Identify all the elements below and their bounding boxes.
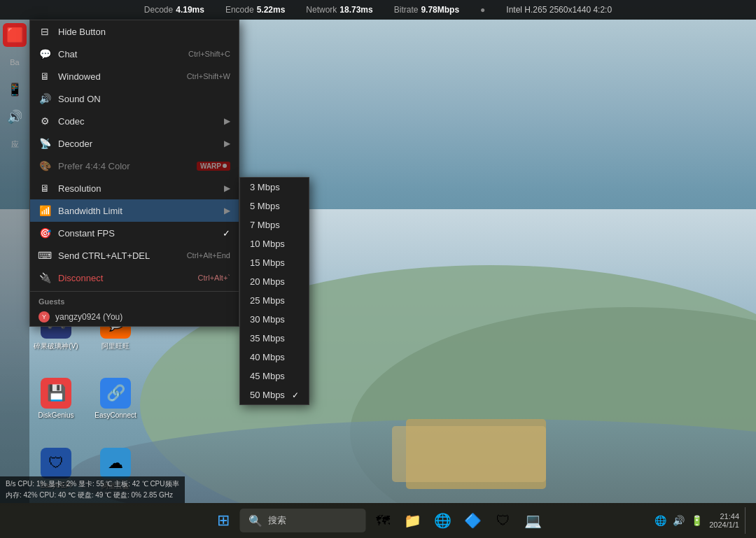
bandwidth-option-label-9: 40 Mbps — [250, 352, 285, 362]
send-cad-item[interactable]: ⌨ Send CTRL+ALT+DEL Ctrl+Alt+End — [30, 244, 239, 267]
windows-button[interactable]: ⊞ — [210, 507, 237, 534]
bandwidth-option-label-4: 15 Mbps — [250, 257, 285, 268]
bandwidth-option-9[interactable]: 40 Mbps — [240, 348, 309, 367]
bandwidth-option-label-3: 10 Mbps — [250, 239, 285, 249]
network-value: 18.73ms — [340, 5, 372, 15]
desktop-icon-easyconnect[interactable]: 🔗 EasyConnect — [91, 378, 140, 419]
bandwidth-option-label-8: 35 Mbps — [250, 333, 285, 344]
tray-network-icon[interactable]: 🌐 — [653, 514, 667, 528]
prefer-color-label: Prefer 4:4:4 Color — [58, 161, 190, 171]
sidebar-icon-2[interactable]: Ba — [3, 50, 27, 74]
search-bar[interactable]: 🔍 搜索 — [240, 509, 366, 532]
prefer-color-item[interactable]: 🎨 Prefer 4:4:4 Color WARP — [30, 155, 239, 177]
taskbar-center: ⊞ 🔍 搜索 🗺 📁 🌐 🔷 🛡 💻 — [210, 507, 547, 534]
easyuefi-icon: 🛡 — [41, 448, 71, 479]
decoder-label: Decoder — [58, 139, 217, 149]
windowed-shortcut: Ctrl+Shift+W — [187, 72, 230, 80]
bandwidth-item[interactable]: 📶 Bandwidth Limit ▶ — [30, 199, 239, 222]
guest-avatar: Y — [38, 311, 50, 323]
encode-label: Encode — [225, 5, 254, 15]
tray-battery-icon[interactable]: 🔋 — [690, 514, 704, 528]
taskbar-icon-2[interactable]: 📁 — [400, 507, 426, 534]
disconnect-label: Disconnect — [58, 273, 191, 283]
bandwidth-icon: 📶 — [38, 204, 51, 217]
chat-icon: 💬 — [38, 48, 51, 60]
chat-item[interactable]: 💬 Chat Ctrl+Shift+C — [30, 43, 239, 65]
taskbar-icon-5[interactable]: 🛡 — [490, 507, 517, 534]
cad-label: Send CTRL+ALT+DEL — [58, 250, 180, 261]
codec-arrow: ▶ — [224, 116, 230, 126]
windowed-item[interactable]: 🖥 Windowed Ctrl+Shift+W — [30, 65, 239, 87]
hide-button-item[interactable]: ⊟ Hide Button — [30, 20, 239, 43]
bandwidth-option-0[interactable]: 3 Mbps — [240, 178, 309, 197]
fps-icon: 🎯 — [38, 227, 51, 239]
aliyun-icon: ☁ — [100, 448, 131, 479]
bandwidth-option-label-10: 45 Mbps — [250, 371, 285, 381]
diskgenius-icon: 💾 — [41, 378, 71, 409]
chat-shortcut: Ctrl+Shift+C — [188, 50, 230, 58]
sound-item[interactable]: 🔊 Sound ON — [30, 87, 239, 110]
sidebar-icon-1[interactable]: 🟥 — [3, 23, 27, 47]
bandwidth-option-8[interactable]: 35 Mbps — [240, 329, 309, 348]
bandwidth-option-5[interactable]: 20 Mbps — [240, 272, 309, 291]
easyconnect-icon: 🔗 — [100, 378, 131, 409]
decoder-icon: 📡 — [38, 137, 51, 150]
sidebar-icon-4[interactable]: 🔊 — [3, 105, 27, 129]
windowed-label: Windowed — [58, 71, 180, 82]
bandwidth-submenu: 3 Mbps5 Mbps7 Mbps10 Mbps15 Mbps20 Mbps2… — [239, 177, 309, 405]
bandwidth-option-3[interactable]: 10 Mbps — [240, 234, 309, 253]
show-desktop-icon[interactable] — [745, 507, 749, 534]
guests-label: Guests — [30, 294, 239, 308]
disconnect-shortcut: Ctrl+Alt+` — [198, 274, 230, 282]
resolution-item[interactable]: 🖥 Resolution ▶ — [30, 177, 239, 199]
windowed-icon: 🖥 — [38, 70, 51, 83]
bitrate-stat: Bitrate 9.78Mbps — [394, 5, 459, 15]
taskbar-icon-1[interactable]: 🗺 — [370, 507, 396, 534]
bandwidth-arrow: ▶ — [224, 206, 230, 215]
bandwidth-option-10[interactable]: 45 Mbps — [240, 367, 309, 385]
constant-fps-item[interactable]: 🎯 Constant FPS ✓ — [30, 222, 239, 244]
alibaba-label: 阿里旺旺 — [102, 341, 130, 351]
taskbar-icon-4[interactable]: 🔷 — [460, 507, 486, 534]
hide-icon: ⊟ — [38, 25, 51, 38]
game-label: 碎果破璃神(V) — [34, 341, 78, 351]
sidebar-icon-3[interactable]: 📱 — [3, 78, 27, 101]
bandwidth-option-label-0: 3 Mbps — [250, 182, 280, 192]
encode-stat: Encode 5.22ms — [225, 5, 285, 15]
fps-label: Constant FPS — [58, 228, 216, 239]
desktop-icon-diskgenius[interactable]: 💾 DiskGenius — [31, 378, 80, 419]
bandwidth-option-11[interactable]: 50 Mbps✓ — [240, 385, 309, 404]
bandwidth-label: Bandwidth Limit — [58, 206, 217, 216]
taskbar: ⊞ 🔍 搜索 🗺 📁 🌐 🔷 🛡 💻 🌐 🔊 🔋 21:44 2024/1/1 — [0, 503, 756, 538]
cad-icon: ⌨ — [38, 249, 51, 262]
guest-name: yangzy0924 (You) — [55, 312, 122, 322]
bandwidth-option-7[interactable]: 30 Mbps — [240, 310, 309, 329]
codec-item[interactable]: ⚙ Codec ▶ — [30, 110, 239, 132]
decoder-item[interactable]: 📡 Decoder ▶ — [30, 132, 239, 155]
guest-item: Y yangzy0924 (You) — [30, 308, 239, 326]
bandwidth-option-4[interactable]: 15 Mbps — [240, 253, 309, 272]
sidebar-icon-5[interactable]: 应 — [3, 132, 27, 156]
codec-label: Codec — [58, 116, 217, 127]
bandwidth-option-1[interactable]: 5 Mbps — [240, 197, 309, 215]
bandwidth-option-label-11: 50 Mbps — [250, 390, 285, 400]
bandwidth-option-6[interactable]: 25 Mbps — [240, 291, 309, 310]
disconnect-item[interactable]: 🔌 Disconnect Ctrl+Alt+` — [30, 267, 239, 289]
taskbar-icon-6[interactable]: 💻 — [520, 507, 547, 534]
codec-info: Intel H.265 2560x1440 4:2:0 — [506, 5, 612, 15]
network-stat: Network 18.73ms — [306, 5, 372, 15]
taskbar-icon-3[interactable]: 🌐 — [430, 507, 456, 534]
network-label: Network — [306, 5, 337, 15]
top-status-bar: Decode 4.19ms Encode 5.22ms Network 18.7… — [0, 0, 756, 20]
sound-icon: 🔊 — [38, 92, 51, 105]
prefer-color-icon: 🎨 — [38, 160, 51, 172]
bandwidth-option-label-6: 25 Mbps — [250, 295, 285, 306]
context-menu: ⊟ Hide Button 💬 Chat Ctrl+Shift+C 🖥 Wind… — [29, 20, 239, 327]
disconnect-icon: 🔌 — [38, 271, 51, 284]
decode-stat: Decode 4.19ms — [144, 5, 204, 15]
system-tray: 🌐 🔊 🔋 — [653, 514, 704, 528]
bandwidth-option-2[interactable]: 7 Mbps — [240, 215, 309, 234]
tray-sound-icon[interactable]: 🔊 — [671, 514, 685, 528]
date: 2024/1/1 — [709, 521, 739, 529]
resolution-icon: 🖥 — [38, 182, 51, 194]
